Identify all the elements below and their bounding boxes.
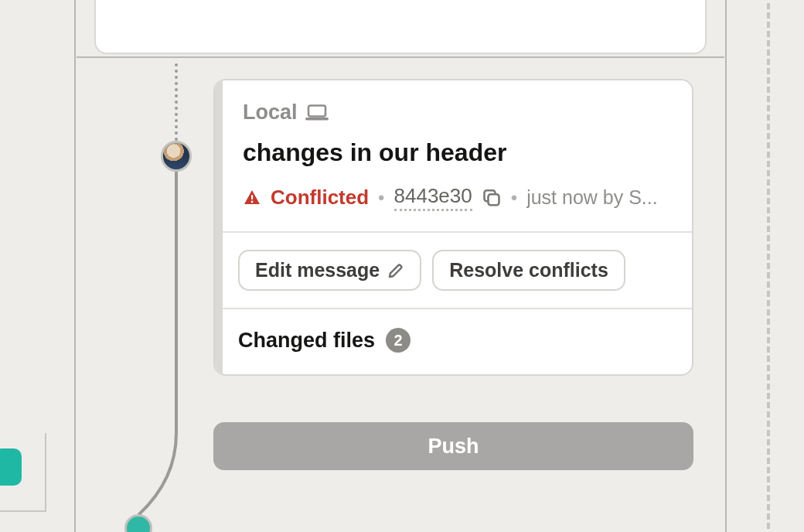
active-branch-accent — [0, 448, 22, 486]
left-panel-border-h — [0, 510, 46, 512]
push-button[interactable]: Push — [213, 422, 693, 470]
svg-rect-0 — [308, 105, 325, 116]
commit-byline: just now by S... — [526, 186, 669, 209]
edit-message-label: Edit message — [255, 259, 380, 281]
commit-card: Local changes in our header Conflicted •… — [213, 79, 693, 376]
warning-icon — [243, 189, 261, 207]
commit-scope-label: Local — [243, 101, 298, 124]
commit-hash[interactable]: 8443e30 — [394, 184, 472, 211]
commit-actions-row: Edit message Resolve conflicts — [220, 233, 692, 308]
laptop-icon — [305, 104, 329, 121]
commit-status: Conflicted — [271, 186, 369, 210]
card-accent — [215, 80, 223, 374]
meta-separator: • — [511, 187, 517, 209]
commit-scope-row: Local — [243, 101, 669, 124]
resolve-conflicts-label: Resolve conflicts — [449, 259, 608, 281]
graph-dotted-top — [175, 63, 178, 141]
changed-files-count-badge: 2 — [386, 328, 411, 353]
svg-rect-2 — [251, 195, 253, 200]
commit-title: changes in our header — [243, 138, 669, 167]
upper-card — [94, 0, 707, 54]
panel-divider — [77, 56, 724, 58]
svg-rect-1 — [305, 118, 329, 120]
right-panel-edge — [767, 0, 770, 532]
graph-curve — [100, 402, 209, 532]
changed-files-label: Changed files — [238, 329, 375, 353]
commit-card-header: Local changes in our header Conflicted •… — [220, 80, 692, 231]
edit-message-button[interactable]: Edit message — [238, 250, 421, 291]
graph-line — [175, 170, 178, 418]
meta-separator: • — [378, 187, 384, 209]
left-panel-border-v — [45, 433, 46, 512]
copy-icon[interactable] — [482, 188, 502, 208]
pencil-icon — [387, 262, 404, 279]
svg-point-3 — [251, 200, 254, 203]
commit-meta-row: Conflicted • 8443e30 • just now by S... — [243, 184, 669, 211]
resolve-conflicts-button[interactable]: Resolve conflicts — [432, 250, 625, 291]
changed-files-row[interactable]: Changed files 2 — [220, 309, 692, 374]
svg-rect-5 — [488, 194, 499, 205]
push-button-label: Push — [428, 435, 479, 458]
commit-author-avatar — [161, 141, 192, 172]
